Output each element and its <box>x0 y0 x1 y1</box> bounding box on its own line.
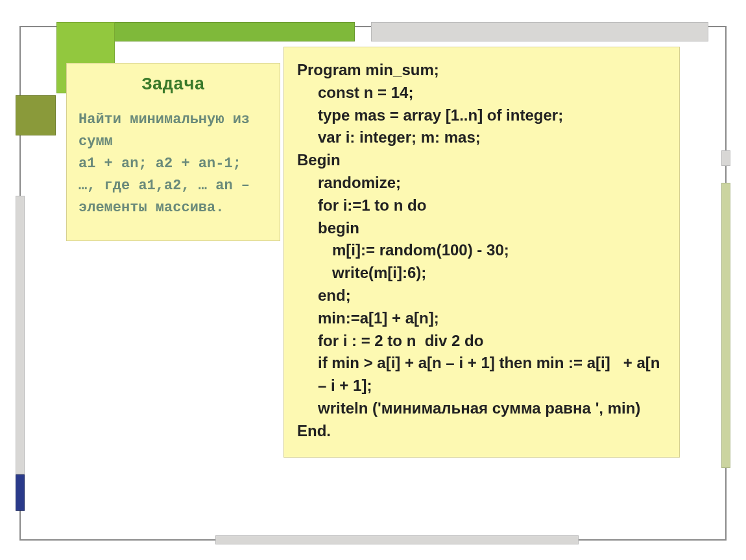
code-line: Begin <box>297 149 666 172</box>
code-listing: Program min_sum;const n = 14;type mas = … <box>297 59 666 443</box>
code-line: m[i]:= random(100) - 30; <box>297 239 666 262</box>
task-title: Задача <box>78 75 268 95</box>
decoration-bar <box>16 196 25 474</box>
code-line: writeln ('минимальная сумма равна ', min… <box>297 397 666 420</box>
code-panel: Program min_sum;const n = 14;type mas = … <box>283 47 680 458</box>
code-line: write(m[i]:6); <box>297 262 666 285</box>
code-line: min:=a[1] + a[n]; <box>297 307 666 330</box>
content-area: Задача Найти минимальную из сумм а1 + аn… <box>66 47 680 520</box>
task-description: Найти минимальную из сумм а1 + аn; a2 + … <box>78 109 268 219</box>
code-line: begin <box>297 217 666 240</box>
code-line: Program min_sum; <box>297 59 666 82</box>
code-line: end; <box>297 285 666 307</box>
decoration-bar <box>721 183 730 468</box>
slide-frame: Задача Найти минимальную из сумм а1 + аn… <box>19 26 727 541</box>
code-line: for i : = 2 to n div 2 do <box>297 330 666 353</box>
code-line: if min > a[i] + a[n – i + 1] then min :=… <box>297 352 666 397</box>
decoration-bar <box>16 474 25 511</box>
task-panel: Задача Найти минимальную из сумм а1 + аn… <box>66 63 280 241</box>
code-line: var i: integer; m: mas; <box>297 126 666 149</box>
code-line: for i:=1 to n do <box>297 194 666 217</box>
decoration-bar <box>76 22 355 41</box>
code-line: const n = 14; <box>297 82 666 104</box>
decoration-bar <box>371 22 708 41</box>
code-line: type mas = array [1..n] of integer; <box>297 104 666 127</box>
decoration-bar <box>721 150 730 166</box>
decoration-square <box>16 95 56 135</box>
decoration-bar <box>215 535 579 544</box>
code-line: End. <box>297 420 666 443</box>
code-line: randomize; <box>297 172 666 194</box>
